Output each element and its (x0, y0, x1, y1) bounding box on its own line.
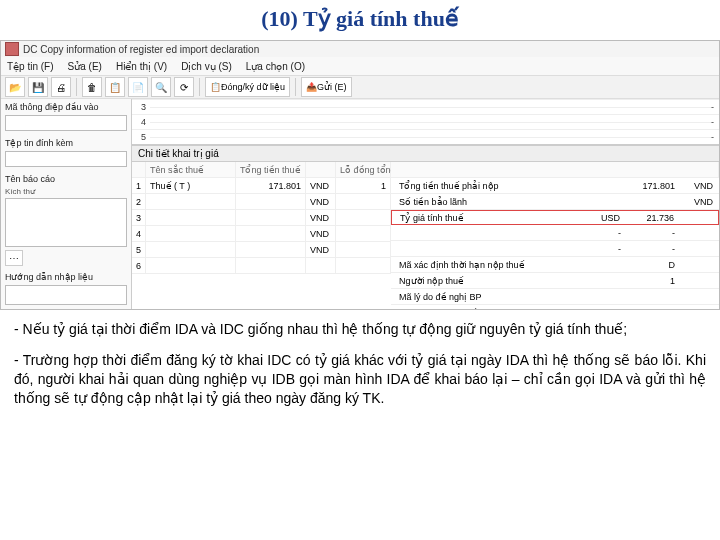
right-info: Tổng tiền thuế phải nộp171.801VND Số tiề… (391, 162, 719, 309)
row-guarantee: Số tiền bảo lãnhVND (391, 194, 719, 210)
cell-amount (236, 210, 306, 226)
left-label-msgcode: Mã thông điệp đầu vào (1, 99, 131, 115)
browse-button[interactable]: ⋯ (5, 250, 23, 266)
cell-name (146, 242, 236, 258)
cell-lo (336, 258, 391, 274)
rhs-header (391, 162, 719, 178)
cell-cur: VND (306, 210, 336, 226)
app-window: DC Copy information of register ed impor… (0, 40, 720, 310)
left-panel: Mã thông điệp đầu vào Tệp tin đính kèm T… (1, 99, 132, 309)
row-bp-reason: Mã lý do đề nghị BP (391, 289, 719, 305)
row-blank2: -- (391, 241, 719, 257)
row-due-code: Mã xác định thời hạn nộp thuếD (391, 257, 719, 273)
col-lo-header: Lỗ đồng tổng (336, 162, 391, 178)
explanatory-notes: - Nếu tỷ giá tại thời điểm IDA và IDC gi… (0, 310, 720, 430)
cell-cur: VND (306, 194, 336, 210)
left-label-report: Tên báo cáo (1, 171, 131, 187)
section-header: Chi tiết khai trị giá (132, 145, 719, 162)
cell-name (146, 194, 236, 210)
find-icon[interactable]: 🔍 (151, 77, 171, 97)
menu-option[interactable]: Lựa chọn (O) (246, 61, 305, 72)
menubar: Tệp tin (F) Sửa (E) Hiển thị (V) Dịch vụ… (1, 57, 719, 76)
report-list[interactable] (5, 198, 127, 247)
msgcode-input[interactable] (5, 115, 127, 131)
open-icon[interactable]: 📂 (5, 77, 25, 97)
note-paragraph-2: - Trường hợp thời điểm đăng ký tờ khai I… (14, 351, 706, 408)
menu-view[interactable]: Hiển thị (V) (116, 61, 167, 72)
cell-cur: VND (306, 178, 336, 194)
copy-icon[interactable]: 📋 (105, 77, 125, 97)
attach-input[interactable] (5, 151, 127, 167)
cell-idx: 3 (132, 210, 146, 226)
sign-button[interactable]: 📋 Đóng/ký dữ liệu (205, 77, 290, 97)
cell-lo (336, 194, 391, 210)
cell-lo (336, 210, 391, 226)
delete-icon[interactable]: 🗑 (82, 77, 102, 97)
cell-idx: 1 (132, 178, 146, 194)
guide-box (5, 285, 127, 305)
col-idx-header (132, 162, 146, 178)
cell-name (146, 210, 236, 226)
row-payer: Người nộp thuế1 (391, 273, 719, 289)
separator (76, 78, 77, 96)
separator (199, 78, 200, 96)
cell-amount (236, 258, 306, 274)
window-title: DC Copy information of register ed impor… (23, 44, 259, 55)
menu-edit[interactable]: Sửa (E) (68, 61, 102, 72)
cell-name: Thuế ( T ) (146, 178, 236, 194)
cell-idx: 5 (132, 242, 146, 258)
main-panel: 3- 4- 5- Chi tiết khai trị giá 1 2 3 4 5… (132, 99, 719, 309)
menu-file[interactable]: Tệp tin (F) (7, 61, 54, 72)
cell-name (146, 226, 236, 242)
upper-grid: 3- 4- 5- (132, 99, 719, 145)
cell-amount: 171.801 (236, 178, 306, 194)
separator (295, 78, 296, 96)
app-icon (5, 42, 19, 56)
cell-idx: 4 (132, 226, 146, 242)
cell-lo: 1 (336, 178, 391, 194)
print-icon[interactable]: 🖨 (51, 77, 71, 97)
cell-idx: 2 (132, 194, 146, 210)
save-icon[interactable]: 💾 (28, 77, 48, 97)
cell-lo (336, 242, 391, 258)
cell-cur: VND (306, 226, 336, 242)
row-exchange-rate: Tỷ giá tính thuếUSD21.736 (391, 210, 719, 225)
left-label-attach: Tệp tin đính kèm (1, 135, 131, 151)
col-amount-header: Tổng tiền thuế (236, 162, 306, 178)
send-button[interactable]: 📤 Gửi (E) (301, 77, 352, 97)
slide-title: (10) Tỷ giá tính thuế (0, 0, 720, 40)
cell-cur: VND (306, 242, 336, 258)
cell-cur (306, 258, 336, 274)
cell-idx: 6 (132, 258, 146, 274)
left-label-guide: Hướng dẫn nhập liệu (1, 269, 131, 285)
cell-name (146, 258, 236, 274)
toolbar: 📂 💾 🖨 🗑 📋 📄 🔍 ⟳ 📋 Đóng/ký dữ liệu 📤 Gửi … (1, 76, 719, 99)
row-idx: 3 (132, 102, 150, 112)
note-paragraph-1: - Nếu tỷ giá tại thời điểm IDA và IDC gi… (14, 320, 706, 339)
cell-lo (336, 226, 391, 242)
menu-service[interactable]: Dịch vụ (S) (181, 61, 232, 72)
refresh-icon[interactable]: ⟳ (174, 77, 194, 97)
titlebar: DC Copy information of register ed impor… (1, 41, 719, 57)
col-cur-header (306, 162, 336, 178)
tax-grid: 1 2 3 4 5 6 Tên sắc thuế Thuế ( T ) (132, 162, 719, 309)
doc-icon[interactable]: 📄 (128, 77, 148, 97)
cell-amount (236, 194, 306, 210)
cell-amount (236, 226, 306, 242)
left-sub-size: Kích thư (1, 187, 131, 198)
row-total-tax: Tổng tiền thuế phải nộp171.801VND (391, 178, 719, 194)
row-blank1: -- (391, 225, 719, 241)
cell-amount (236, 242, 306, 258)
col-name-header: Tên sắc thuế (146, 162, 236, 178)
row-idx: 5 (132, 132, 150, 142)
row-idx: 4 (132, 117, 150, 127)
row-pay-class: Phân loại nộp thuế (391, 305, 719, 309)
